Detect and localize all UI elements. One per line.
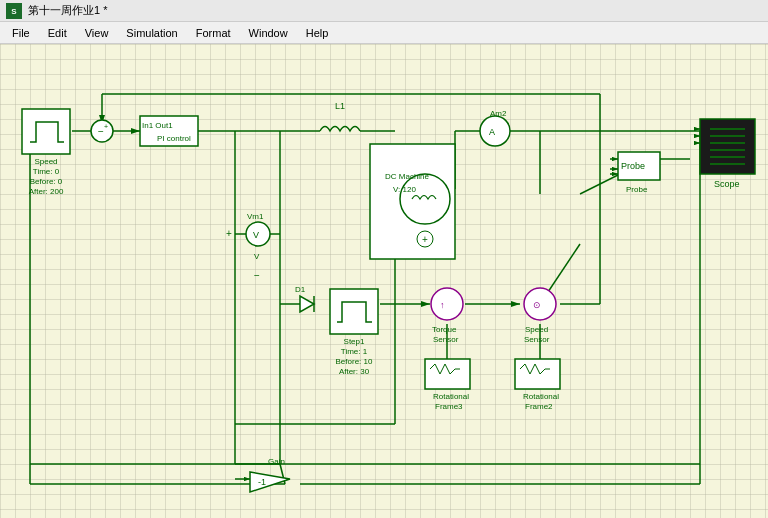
svg-text:Before: 10: Before: 10	[336, 357, 373, 366]
svg-text:Frame2: Frame2	[525, 402, 553, 411]
svg-text:↑: ↑	[440, 300, 445, 310]
svg-text:Before: 0: Before: 0	[30, 177, 63, 186]
canvas-area[interactable]: Speed Time: 0 Before: 0 After: 200 − + I…	[0, 44, 768, 518]
svg-text:+: +	[104, 123, 108, 130]
svg-text:Rotational: Rotational	[433, 392, 469, 401]
svg-text:V: V	[253, 230, 259, 240]
svg-point-97	[431, 288, 463, 320]
svg-text:V: V	[254, 252, 260, 261]
svg-rect-108	[515, 359, 560, 389]
svg-text:Speed: Speed	[525, 325, 548, 334]
title-bar: S 第十一周作业1 *	[0, 0, 768, 22]
window-title: 第十一周作业1 *	[28, 3, 107, 18]
svg-text:Vm1: Vm1	[247, 212, 264, 221]
svg-text:Am2: Am2	[490, 109, 507, 118]
svg-text:After: 200: After: 200	[29, 187, 64, 196]
svg-rect-92	[330, 289, 378, 334]
svg-text:−: −	[254, 270, 260, 281]
svg-text:Torque: Torque	[432, 325, 457, 334]
svg-text:Speed: Speed	[34, 157, 57, 166]
svg-text:Probe: Probe	[626, 185, 648, 194]
svg-text:Rotational: Rotational	[523, 392, 559, 401]
svg-text:A: A	[489, 127, 495, 137]
svg-text:Probe: Probe	[621, 161, 645, 171]
svg-rect-45	[22, 109, 70, 154]
svg-text:+: +	[422, 234, 428, 245]
menu-format[interactable]: Format	[188, 25, 239, 41]
svg-text:Sensor: Sensor	[433, 335, 459, 344]
svg-text:DC Machine: DC Machine	[385, 172, 430, 181]
svg-text:D1: D1	[295, 285, 306, 294]
menu-window[interactable]: Window	[241, 25, 296, 41]
svg-text:PI control: PI control	[157, 134, 191, 143]
svg-marker-89	[300, 296, 314, 312]
svg-text:Scope: Scope	[714, 179, 740, 189]
circuit-diagram: Speed Time: 0 Before: 0 After: 200 − + I…	[0, 44, 768, 518]
svg-text:V: 120: V: 120	[393, 185, 416, 194]
menu-edit[interactable]: Edit	[40, 25, 75, 41]
svg-rect-105	[425, 359, 470, 389]
app-icon: S	[6, 3, 22, 19]
menu-file[interactable]: File	[4, 25, 38, 41]
svg-text:Step1: Step1	[344, 337, 365, 346]
svg-text:Frame3: Frame3	[435, 402, 463, 411]
svg-text:⊙: ⊙	[533, 300, 541, 310]
svg-text:After: 30: After: 30	[339, 367, 370, 376]
svg-text:L1: L1	[335, 101, 345, 111]
svg-text:Time: 1: Time: 1	[341, 347, 368, 356]
svg-point-58	[400, 174, 450, 224]
menu-view[interactable]: View	[77, 25, 117, 41]
svg-text:Gain: Gain	[268, 457, 285, 466]
menu-help[interactable]: Help	[298, 25, 337, 41]
svg-text:S: S	[11, 7, 17, 16]
svg-text:+: +	[226, 228, 232, 239]
svg-text:Sensor: Sensor	[524, 335, 550, 344]
svg-text:Time: 0: Time: 0	[33, 167, 60, 176]
svg-text:-1: -1	[258, 477, 266, 487]
menu-bar: File Edit View Simulation Format Window …	[0, 22, 768, 44]
menu-simulation[interactable]: Simulation	[118, 25, 185, 41]
svg-rect-72	[700, 119, 755, 174]
svg-text:In1  Out1: In1 Out1	[142, 121, 173, 130]
